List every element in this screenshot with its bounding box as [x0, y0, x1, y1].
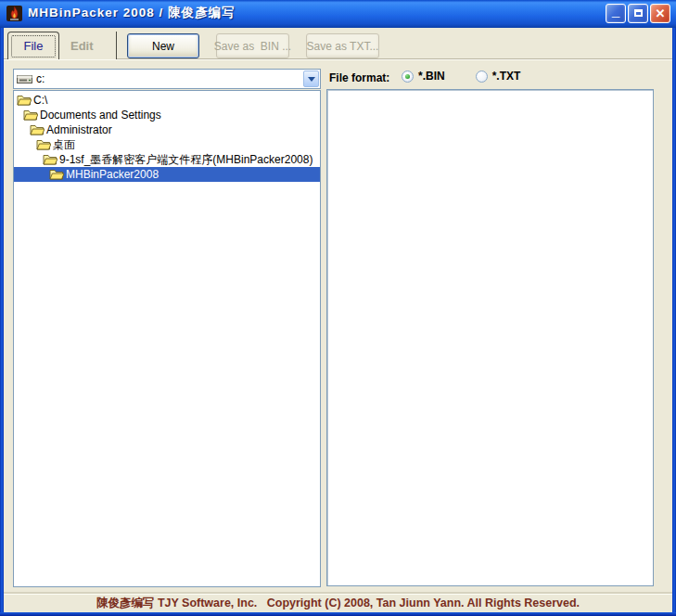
folder-icon — [43, 153, 57, 166]
file-list-box[interactable] — [326, 89, 654, 586]
drive-combobox-value: c: — [36, 72, 45, 85]
tree-item-label: Documents and Settings — [40, 109, 161, 122]
tab-edit[interactable]: Edit — [59, 32, 117, 59]
window-title: MHBinPacker 2008 / 陳俊彥编写 — [28, 5, 606, 21]
radio-circle-icon — [476, 71, 488, 83]
tab-file[interactable]: File — [7, 32, 59, 59]
minimize-button[interactable]: ─ — [606, 4, 626, 23]
tree-item-label: MHBinPacker2008 — [66, 168, 159, 181]
tree-row[interactable]: Documents and Settings — [14, 108, 320, 122]
window-frame-right — [672, 28, 676, 616]
tree-row[interactable]: C:\ — [14, 93, 320, 108]
radio-label: *.BIN — [418, 70, 445, 83]
radio-circle-icon — [402, 71, 414, 83]
status-bar: 陳俊彥编写 TJY Software, Inc. Copyright (C) 2… — [4, 594, 672, 612]
tree-row[interactable]: 桌面 — [14, 137, 320, 152]
chevron-down-icon — [308, 77, 315, 82]
file-format-radio[interactable]: *.TXT — [476, 70, 521, 83]
drive-icon — [17, 73, 33, 84]
tree-item-label: 桌面 — [53, 137, 75, 153]
tree-row[interactable]: 9-1sf_墨香解密客户端文件程序(MHBinPacker2008) — [14, 152, 320, 167]
folder-icon — [36, 138, 51, 151]
file-format-radio-group: *.BIN *.TXT — [402, 70, 520, 83]
radio-label: *.TXT — [492, 70, 521, 83]
tree-row[interactable]: Administrator — [14, 122, 320, 137]
directory-tree[interactable]: C:\ Documents and Settings Administrat — [13, 90, 321, 587]
folder-icon — [30, 123, 45, 136]
drive-combobox[interactable]: c: — [13, 69, 321, 89]
maximize-button[interactable] — [628, 4, 648, 23]
save-as-bin-button[interactable]: Save as BIN ... — [216, 33, 289, 58]
copyright-text: 陳俊彥编写 TJY Software, Inc. Copyright (C) 2… — [96, 596, 580, 611]
tree-item-label: Administrator — [46, 123, 112, 136]
title-bar[interactable]: MHBinPacker 2008 / 陳俊彥编写 ─ ✕ — [0, 0, 676, 28]
tree-row[interactable]: MHBinPacker2008 — [14, 167, 320, 182]
tab-edit-label: Edit — [70, 39, 94, 53]
close-button[interactable]: ✕ — [650, 4, 670, 23]
tree-item-label: 9-1sf_墨香解密客户端文件程序(MHBinPacker2008) — [59, 152, 312, 168]
tree-item-label: C:\ — [33, 94, 47, 107]
save-as-txt-button[interactable]: Save as TXT... — [306, 33, 379, 58]
combo-dropdown-button[interactable] — [303, 71, 319, 87]
folder-icon — [49, 168, 64, 181]
tab-focus-rect — [11, 35, 56, 58]
file-format-radio[interactable]: *.BIN — [402, 70, 445, 83]
window-frame-bottom — [0, 612, 676, 616]
app-flame-icon — [6, 6, 22, 21]
folder-icon — [17, 94, 32, 107]
new-button[interactable]: New — [127, 33, 199, 58]
app-window: MHBinPacker 2008 / 陳俊彥编写 ─ ✕ File Edit N… — [0, 0, 676, 616]
client-area: File Edit New Save as BIN ... Save as TX… — [4, 28, 672, 612]
window-frame-left — [0, 28, 4, 616]
folder-icon — [23, 109, 38, 122]
file-format-label: File format: — [329, 71, 389, 84]
